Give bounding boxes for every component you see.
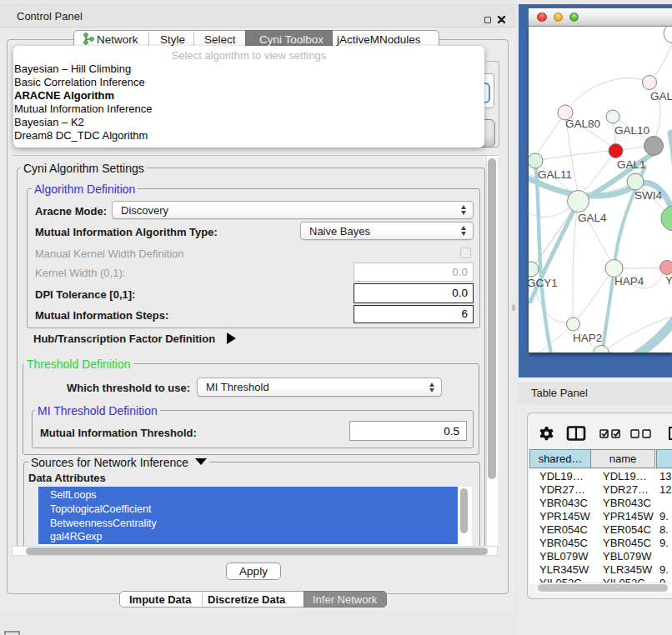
svg-text:GAL11: GAL11 [538,168,572,181]
svg-text:YM: YM [665,274,672,287]
svg-text:GCY1: GCY1 [529,277,558,289]
svg-text:GAL4: GAL4 [578,212,607,224]
svg-text:GAL7: GAL7 [650,90,672,102]
svg-text:GAL10: GAL10 [614,124,649,137]
svg-text:GAL1: GAL1 [617,158,646,171]
svg-text:SWI4: SWI4 [634,189,662,202]
svg-text:GAL80: GAL80 [565,118,600,130]
svg-text:HAP4: HAP4 [614,275,644,288]
svg-text:HAP2: HAP2 [573,332,602,344]
